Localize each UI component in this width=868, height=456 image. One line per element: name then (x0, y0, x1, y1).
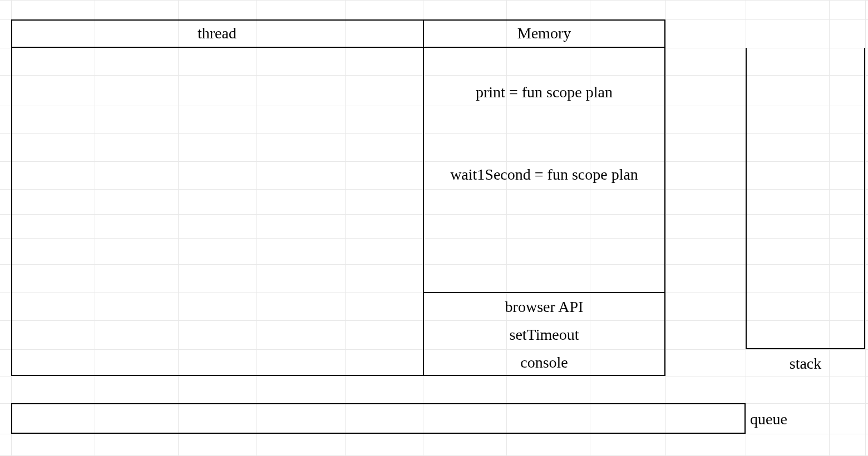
queue-label: queue (750, 410, 834, 428)
browser-api-title: browser API (423, 298, 665, 316)
queue-box (11, 403, 746, 434)
memory-item-print: print = fun scope plan (423, 83, 665, 101)
memory-browserapi-divider (423, 292, 665, 293)
thread-memory-divider (423, 19, 424, 376)
stack-box (746, 48, 865, 349)
memory-header: Memory (423, 24, 665, 42)
memory-item-wait1second: wait1Second = fun scope plan (423, 166, 665, 184)
browser-api-settimeout: setTimeout (423, 326, 665, 344)
stack-label: stack (746, 355, 865, 373)
browser-api-console: console (423, 354, 665, 371)
thread-header: thread (11, 24, 423, 42)
